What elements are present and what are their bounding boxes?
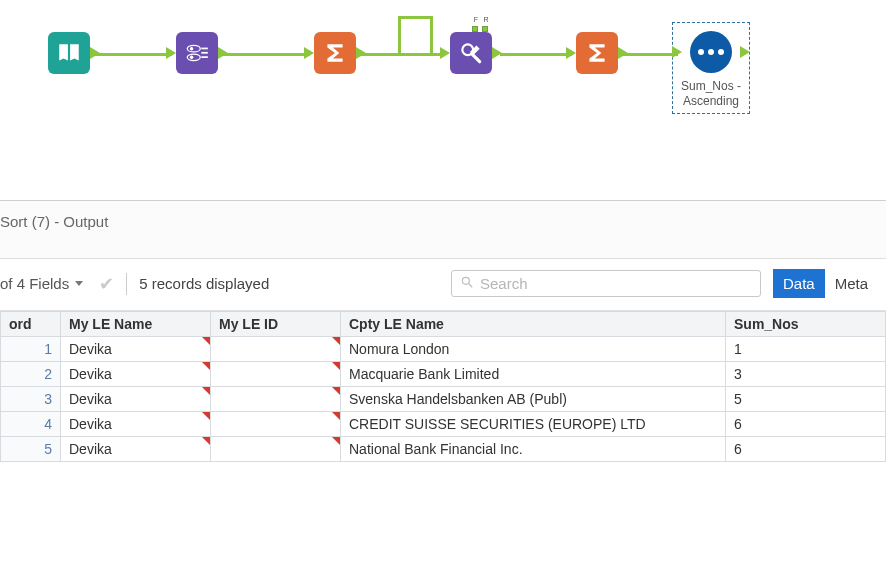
results-pane: Sort (7) - Output of 4 Fields ✔ 5 record… (0, 200, 886, 462)
cell-my-le-name: Devika (61, 362, 211, 387)
chevron-down-icon (75, 281, 83, 286)
svg-rect-3 (201, 52, 208, 54)
fields-dropdown[interactable]: of 4 Fields (0, 275, 83, 292)
sort-caption-line2: Ascending (683, 94, 739, 108)
cell-sum-nos: 1 (726, 337, 886, 362)
connector (360, 53, 444, 56)
svg-rect-4 (201, 56, 208, 58)
col-cpty-le-name[interactable]: Cpty LE Name (341, 312, 726, 337)
results-toolbar: of 4 Fields ✔ 5 records displayed Data M… (0, 259, 886, 311)
search-box[interactable] (451, 270, 761, 297)
connector (398, 16, 401, 53)
sort-node-caption: Sum_Nos - Ascending (681, 79, 741, 109)
cell-my-le-id (211, 412, 341, 437)
connector (222, 53, 310, 56)
dots-icon (698, 49, 724, 55)
table-row[interactable]: 4DevikaCREDIT SUISSE SECURITIES (EUROPE)… (1, 412, 886, 437)
cell-rownum: 1 (1, 337, 61, 362)
search-icon (460, 275, 474, 292)
cell-my-le-id (211, 362, 341, 387)
fields-dropdown-label: of 4 Fields (0, 275, 69, 292)
atom-icon (184, 40, 210, 66)
header-row: ord My LE Name My LE ID Cpty LE Name Sum… (1, 312, 886, 337)
svg-point-0 (190, 47, 193, 50)
tab-data[interactable]: Data (773, 269, 825, 298)
cell-cpty-le-name: National Bank Financial Inc. (341, 437, 726, 462)
workflow-node-summarize[interactable] (314, 32, 356, 74)
svg-point-7 (462, 277, 469, 284)
cell-cpty-le-name: Svenska Handelsbanken AB (Publ) (341, 387, 726, 412)
table-row[interactable]: 3DevikaSvenska Handelsbanken AB (Publ)5 (1, 387, 886, 412)
records-count-label: 5 records displayed (139, 275, 269, 292)
workflow-node-sort[interactable]: Sum_Nos - Ascending (672, 22, 750, 114)
cell-sum-nos: 6 (726, 412, 886, 437)
svg-point-1 (190, 56, 193, 59)
search-input[interactable] (480, 275, 752, 292)
cell-cpty-le-name: Nomura London (341, 337, 726, 362)
cell-my-le-name: Devika (61, 337, 211, 362)
cell-cpty-le-name: Macquarie Bank Limited (341, 362, 726, 387)
col-my-le-name[interactable]: My LE Name (61, 312, 211, 337)
col-my-le-id[interactable]: My LE ID (211, 312, 341, 337)
svg-rect-2 (201, 48, 208, 50)
cell-my-le-id (211, 337, 341, 362)
cell-my-le-name: Devika (61, 437, 211, 462)
svg-line-8 (469, 284, 473, 288)
cell-rownum: 5 (1, 437, 61, 462)
cell-my-le-name: Devika (61, 412, 211, 437)
cell-sum-nos: 3 (726, 362, 886, 387)
connector (94, 53, 172, 56)
sigma-icon (322, 40, 348, 66)
tab-metadata[interactable]: Meta (825, 269, 878, 298)
connector (500, 53, 572, 56)
cell-rownum: 3 (1, 387, 61, 412)
cell-cpty-le-name: CREDIT SUISSE SECURITIES (EUROPE) LTD (341, 412, 726, 437)
find-replace-icon (458, 40, 484, 66)
toolbar-divider (126, 273, 127, 295)
view-mode-tabs: Data Meta (773, 269, 878, 298)
workflow-canvas[interactable]: F R Sum (0, 0, 886, 200)
table-row[interactable]: 1DevikaNomura London1 (1, 337, 886, 362)
book-open-icon (56, 40, 82, 66)
cell-my-le-id (211, 437, 341, 462)
col-sum-nos[interactable]: Sum_Nos (726, 312, 886, 337)
data-grid[interactable]: ord My LE Name My LE ID Cpty LE Name Sum… (0, 311, 886, 462)
sigma-icon (584, 40, 610, 66)
col-record[interactable]: ord (1, 312, 61, 337)
table-row[interactable]: 5DevikaNational Bank Financial Inc.6 (1, 437, 886, 462)
connector (430, 16, 433, 53)
connector (620, 53, 678, 56)
workflow-node-find-replace[interactable]: F R (450, 32, 492, 74)
port-label-r: R (482, 16, 490, 23)
cell-sum-nos: 6 (726, 437, 886, 462)
cell-my-le-id (211, 387, 341, 412)
workflow-node-summarize-2[interactable] (576, 32, 618, 74)
sort-caption-line1: Sum_Nos - (681, 79, 741, 93)
svg-line-6 (472, 54, 480, 62)
port-label-f: F (472, 16, 480, 23)
cell-sum-nos: 5 (726, 387, 886, 412)
cell-rownum: 2 (1, 362, 61, 387)
cell-rownum: 4 (1, 412, 61, 437)
results-title: Sort (7) - Output (0, 201, 886, 259)
workflow-node-input[interactable] (48, 32, 90, 74)
cell-my-le-name: Devika (61, 387, 211, 412)
table-row[interactable]: 2DevikaMacquarie Bank Limited3 (1, 362, 886, 387)
apply-check-icon[interactable]: ✔ (99, 273, 114, 295)
connector (398, 16, 432, 19)
workflow-node-formula[interactable] (176, 32, 218, 74)
